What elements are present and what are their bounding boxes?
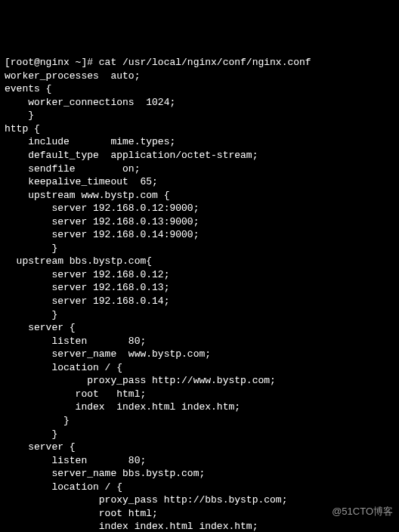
terminal-line: server {	[5, 321, 394, 335]
terminal-line: index index.html index.htm;	[5, 520, 394, 532]
terminal-line: index index.html index.htm;	[5, 401, 394, 414]
terminal-line: }	[5, 109, 394, 122]
terminal-line: upstream www.bystp.com {	[5, 189, 394, 203]
terminal-line: server {	[5, 441, 394, 454]
terminal-line: sendfile on;	[5, 162, 394, 176]
terminal-line: }	[5, 414, 394, 428]
watermark-text: @51CTO博客	[332, 505, 393, 518]
terminal-line: server_name bbs.bystp.com;	[5, 467, 394, 481]
terminal-line: events {	[5, 82, 394, 96]
terminal-line: }	[5, 308, 394, 322]
terminal-line: }	[5, 242, 394, 255]
terminal-line: keepalive_timeout 65;	[5, 175, 394, 189]
terminal-line: worker_connections 1024;	[5, 96, 394, 110]
terminal-line: location / {	[5, 361, 394, 375]
terminal-line: server 192.168.0.14:9000;	[5, 228, 394, 242]
terminal-line: location / {	[5, 481, 394, 494]
terminal-line: proxy_pass http://www.bystp.com;	[5, 374, 394, 388]
terminal-line: server 192.168.0.13:9000;	[5, 215, 394, 229]
terminal-line: default_type application/octet-stream;	[5, 149, 394, 162]
terminal-line: include mime.types;	[5, 135, 394, 149]
terminal-line: server 192.168.0.13;	[5, 281, 394, 295]
terminal-line: upstream bbs.bystp.com{	[5, 255, 394, 268]
terminal-output: [root@nginx ~]# cat /usr/local/nginx/con…	[5, 56, 394, 532]
terminal-line: http {	[5, 122, 394, 136]
terminal-line: worker_processes auto;	[5, 70, 394, 83]
terminal-line: listen 80;	[5, 454, 394, 468]
terminal-line: root html;	[5, 388, 394, 401]
terminal-line: server 192.168.0.12:9000;	[5, 202, 394, 215]
terminal-line: server 192.168.0.12;	[5, 268, 394, 282]
terminal-line: server 192.168.0.14;	[5, 295, 394, 308]
terminal-line: listen 80;	[5, 335, 394, 348]
terminal-line: [root@nginx ~]# cat /usr/local/nginx/con…	[5, 56, 394, 70]
terminal-line: }	[5, 428, 394, 441]
terminal-line: server_name www.bystp.com;	[5, 348, 394, 361]
